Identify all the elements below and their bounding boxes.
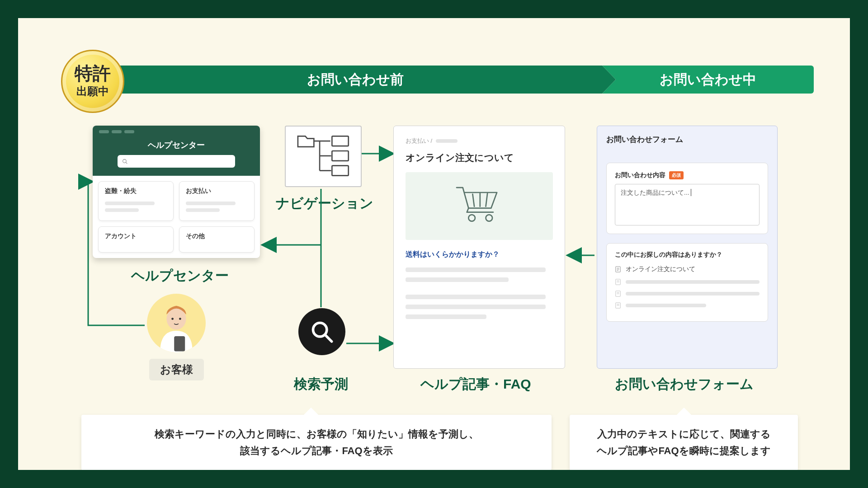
help-center-search xyxy=(118,155,235,168)
article-question: 送料はいくらかかりますか？ xyxy=(406,250,553,259)
suggest-title: この中にお探しの内容はありますか？ xyxy=(615,251,760,259)
hc-card-title: 盗難・紛失 xyxy=(105,187,167,195)
phase-before: お問い合わせ前 xyxy=(108,66,602,94)
svg-line-13 xyxy=(486,193,488,206)
suggest-item-text: オンライン注文について xyxy=(626,265,695,273)
navigation-mockup xyxy=(285,126,362,187)
required-badge: 必須 xyxy=(669,171,684,179)
article-caption: ヘルプ記事・FAQ xyxy=(420,375,531,394)
hc-card: アカウント xyxy=(98,226,174,253)
inquiry-textarea[interactable]: 注文した商品について... xyxy=(615,184,760,225)
suggest-item xyxy=(615,279,760,285)
article-illustration xyxy=(406,172,553,240)
form-description-text: 入力中のテキストに応じて、関連する ヘルプ記事やFAQを瞬時に提案します xyxy=(597,428,770,456)
suggest-item xyxy=(615,291,760,297)
hc-card: その他 xyxy=(179,226,255,253)
customer-avatar xyxy=(147,294,206,352)
hc-card-title: その他 xyxy=(186,232,248,240)
form-field-group: お問い合わせ内容 必須 注文した商品について... xyxy=(606,163,768,234)
document-icon xyxy=(615,266,621,272)
phase-during: お問い合わせ中 xyxy=(602,66,814,94)
svg-point-5 xyxy=(179,318,181,320)
phase-bar: お問い合わせ前 お問い合わせ中 xyxy=(108,66,814,94)
svg-point-0 xyxy=(123,159,127,163)
faq-article-mockup: お支払い / オンライン注文について 送料はいくらかかりますか？ xyxy=(393,126,565,369)
svg-rect-8 xyxy=(332,166,348,176)
search-description: 検索キーワードの入力と同時に、お客様の「知りたい」情報を予測し、 該当するヘルプ… xyxy=(81,415,552,470)
badge-line2: 出願中 xyxy=(76,84,109,99)
help-center-mockup: ヘルプセンター 盗難・紛失 お支払い アカウント その他 xyxy=(93,126,260,258)
help-center-caption: ヘルプセンター xyxy=(131,267,229,285)
customer: お客様 xyxy=(147,294,206,380)
help-center-title: ヘルプセンター xyxy=(99,140,254,150)
search-description-text: 検索キーワードの入力と同時に、お客様の「知りたい」情報を予測し、 該当するヘルプ… xyxy=(155,428,479,456)
hc-card-title: アカウント xyxy=(105,232,167,240)
svg-point-4 xyxy=(171,318,174,320)
search-icon xyxy=(122,159,128,164)
badge-line1: 特許 xyxy=(75,64,111,82)
contact-form-mockup: お問い合わせフォーム お問い合わせ内容 必須 注文した商品について... この中… xyxy=(597,126,778,369)
svg-line-11 xyxy=(472,194,474,206)
navigation-caption: ナビゲーション xyxy=(276,194,373,213)
hc-card: 盗難・紛失 xyxy=(98,181,174,221)
svg-rect-6 xyxy=(332,136,348,146)
hc-card-title: お支払い xyxy=(186,187,248,195)
search-caption: 検索予測 xyxy=(294,375,348,394)
person-icon xyxy=(149,298,203,352)
patent-badge: 特許 出願中 xyxy=(61,50,124,113)
breadcrumb: お支払い / xyxy=(406,137,553,145)
suggest-item xyxy=(615,302,760,309)
svg-point-15 xyxy=(486,215,493,221)
shopping-cart-icon xyxy=(454,183,504,229)
breadcrumb-text: お支払い / xyxy=(406,137,432,145)
suggestion-panel: この中にお探しの内容はありますか？ オンライン注文について xyxy=(606,243,768,322)
magnifier-icon xyxy=(310,320,334,343)
form-caption: お問い合わせフォーム xyxy=(615,375,754,394)
svg-rect-3 xyxy=(174,336,185,352)
customer-label: お客様 xyxy=(149,359,204,380)
form-description: 入力中のテキストに応じて、関連する ヘルプ記事やFAQを瞬時に提案します xyxy=(570,415,798,470)
hc-card: お支払い xyxy=(179,181,255,221)
document-icon xyxy=(615,302,621,309)
textarea-value: 注文した商品について... xyxy=(621,189,689,196)
suggest-item[interactable]: オンライン注文について xyxy=(615,265,760,273)
search-predict-bubble xyxy=(298,308,345,355)
folder-tree-icon xyxy=(293,133,356,178)
svg-line-1 xyxy=(126,162,127,164)
svg-line-10 xyxy=(326,335,332,342)
field-label: お問い合わせ内容 xyxy=(615,171,665,179)
window-tabs xyxy=(99,130,254,133)
document-icon xyxy=(615,279,621,285)
svg-point-14 xyxy=(468,215,475,221)
article-title: オンライン注文について xyxy=(406,151,553,164)
svg-rect-7 xyxy=(332,151,348,161)
form-title: お問い合わせフォーム xyxy=(606,134,768,145)
document-icon xyxy=(615,291,621,297)
